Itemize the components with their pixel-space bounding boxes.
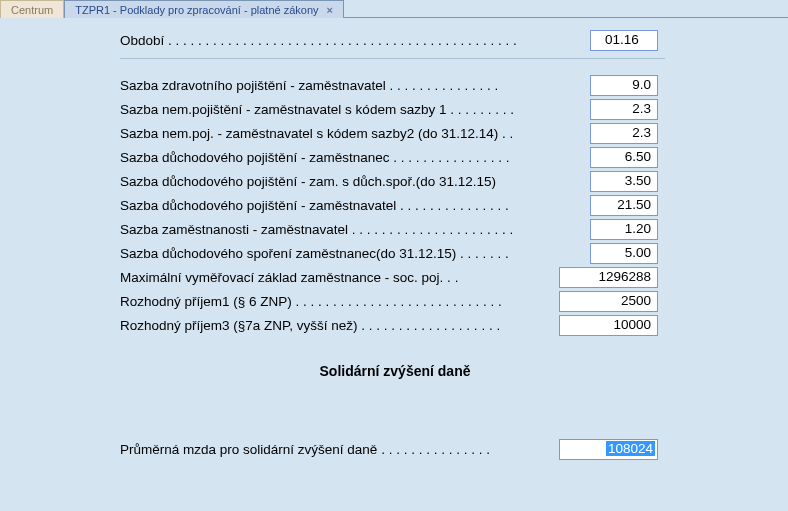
input-max-vymz[interactable]: 1296288 bbox=[559, 267, 658, 288]
input-rozh-prijem1[interactable]: 2500 bbox=[559, 291, 658, 312]
field-label: Sazba zdravotního pojištění - zaměstnava… bbox=[120, 78, 590, 93]
field-label: Rozhodný příjem1 (§ 6 ZNP) . . . . . . .… bbox=[120, 294, 559, 309]
row-nem-zamv-k1: Sazba nem.pojištění - zaměstnavatel s kó… bbox=[120, 97, 670, 121]
selected-text: 108024 bbox=[606, 441, 655, 456]
input-duch-zamc[interactable]: 6.50 bbox=[590, 147, 658, 168]
row-zdrav-zamv: Sazba zdravotního pojištění - zaměstnava… bbox=[120, 73, 670, 97]
field-label: Sazba důchodového pojištění - zaměstnava… bbox=[120, 198, 590, 213]
tab-centrum[interactable]: Centrum bbox=[0, 0, 64, 18]
row-prum-mzda-solid: Průměrná mzda pro solidární zvýšení daně… bbox=[120, 437, 670, 461]
input-duch-zamc-spor[interactable]: 3.50 bbox=[590, 171, 658, 192]
row-duch-spor-zamc: Sazba důchodového spoření zaměstnanec(do… bbox=[120, 241, 670, 265]
input-duch-spor-zamc[interactable]: 5.00 bbox=[590, 243, 658, 264]
field-label: Sazba důchodového spoření zaměstnanec(do… bbox=[120, 246, 590, 261]
row-duch-zamv: Sazba důchodového pojištění - zaměstnava… bbox=[120, 193, 670, 217]
input-nem-zamv-k2[interactable]: 2.3 bbox=[590, 123, 658, 144]
row-max-vymz: Maximální vyměřovací základ zaměstnance … bbox=[120, 265, 670, 289]
field-label: Sazba důchodového pojištění - zaměstnane… bbox=[120, 150, 590, 165]
row-rozh-prijem1: Rozhodný příjem1 (§ 6 ZNP) . . . . . . .… bbox=[120, 289, 670, 313]
row-obdobi: Období . . . . . . . . . . . . . . . . .… bbox=[120, 28, 670, 52]
input-rozh-prijem3[interactable]: 10000 bbox=[559, 315, 658, 336]
input-duch-zamv[interactable]: 21.50 bbox=[590, 195, 658, 216]
field-label: Sazba nem.poj. - zaměstnavatel s kódem s… bbox=[120, 126, 590, 141]
spacer bbox=[120, 389, 670, 437]
field-label: Průměrná mzda pro solidární zvýšení daně… bbox=[120, 442, 559, 457]
divider bbox=[120, 58, 665, 59]
field-label: Sazba nem.pojištění - zaměstnavatel s kó… bbox=[120, 102, 590, 117]
row-duch-zamc-spor: Sazba důchodového pojištění - zam. s důc… bbox=[120, 169, 670, 193]
input-zdrav-zamv[interactable]: 9.0 bbox=[590, 75, 658, 96]
row-duch-zamc: Sazba důchodového pojištění - zaměstnane… bbox=[120, 145, 670, 169]
tab-label: Centrum bbox=[11, 2, 53, 18]
tab-tzpr1[interactable]: TZPR1 - Podklady pro zpracování - platné… bbox=[64, 0, 344, 18]
input-prum-mzda-solid[interactable]: 108024 bbox=[559, 439, 658, 460]
row-nem-zamv-k2: Sazba nem.poj. - zaměstnavatel s kódem s… bbox=[120, 121, 670, 145]
field-label: Rozhodný příjem3 (§7a ZNP, vyšší než) . … bbox=[120, 318, 559, 333]
content-area: Období . . . . . . . . . . . . . . . . .… bbox=[0, 18, 788, 461]
label-obdobi: Období . . . . . . . . . . . . . . . . .… bbox=[120, 33, 590, 48]
row-rozh-prijem3: Rozhodný příjem3 (§7a ZNP, vyšší než) . … bbox=[120, 313, 670, 337]
form-panel: Období . . . . . . . . . . . . . . . . .… bbox=[120, 28, 670, 461]
close-icon[interactable]: × bbox=[327, 2, 333, 18]
field-label: Sazba důchodového pojištění - zam. s důc… bbox=[120, 174, 590, 189]
tab-bar: Centrum TZPR1 - Podklady pro zpracování … bbox=[0, 0, 788, 18]
section-title-solidarni: Solidární zvýšení daně bbox=[120, 363, 670, 379]
input-nezam-zamv[interactable]: 1.20 bbox=[590, 219, 658, 240]
input-nem-zamv-k1[interactable]: 2.3 bbox=[590, 99, 658, 120]
input-obdobi[interactable]: 01.16 bbox=[590, 30, 658, 51]
tab-label: TZPR1 - Podklady pro zpracování - platné… bbox=[75, 2, 318, 18]
field-label: Maximální vyměřovací základ zaměstnance … bbox=[120, 270, 559, 285]
field-label: Sazba zaměstnanosti - zaměstnavatel . . … bbox=[120, 222, 590, 237]
row-nezam-zamv: Sazba zaměstnanosti - zaměstnavatel . . … bbox=[120, 217, 670, 241]
